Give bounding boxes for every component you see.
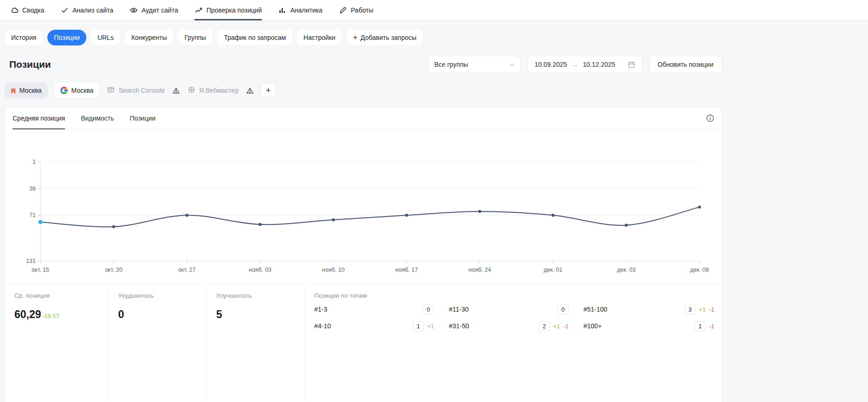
count-badge[interactable]: 0	[557, 305, 569, 314]
svg-text:окт. 27: окт. 27	[178, 267, 196, 273]
yandex-webmaster-icon	[188, 86, 195, 95]
group-filter-select[interactable]: Все группы	[428, 56, 521, 73]
section-tabs: История Позиции URLs Конкуренты Группы Т…	[5, 30, 722, 45]
tab-label: Конкуренты	[131, 34, 167, 41]
chart-tab-average-position[interactable]: Средняя позиция	[13, 107, 65, 129]
tab-competitors[interactable]: Конкуренты	[125, 30, 174, 45]
add-queries-button[interactable]: + Добавить запросы	[347, 30, 423, 45]
engine-chip-yandex[interactable]: Я Москва	[5, 83, 48, 98]
nav-item-label: Аудит сайта	[142, 6, 178, 14]
update-positions-button[interactable]: Обновить позиции	[649, 56, 722, 73]
stat-average-position: Ср. позиция 60,29 -19.57	[5, 285, 109, 401]
count-badge[interactable]: 3	[685, 305, 696, 314]
svg-text:36: 36	[29, 185, 36, 192]
stat-improved: Улучшилось 5	[207, 285, 304, 401]
update-positions-label: Обновить позиции	[658, 61, 713, 68]
svg-text:71: 71	[29, 212, 36, 218]
nav-item-analytics[interactable]: Аналитика	[278, 0, 322, 20]
count-badge[interactable]: 1	[694, 321, 706, 331]
nav-item-works[interactable]: Работы	[339, 0, 374, 20]
tab-history[interactable]: История	[5, 30, 43, 45]
line-chart[interactable]: 13671131окт. 15окт. 20окт. 27нояб. 03ноя…	[11, 153, 712, 278]
page-title: Позиции	[9, 59, 51, 70]
top-range-row: #51-100 3+1-1	[583, 301, 714, 318]
chart-tab-positions[interactable]: Позиции	[130, 107, 155, 129]
tops-column: #51-100 3+1-1 #100+ 1-1	[583, 301, 714, 334]
count-badge[interactable]: 0	[423, 305, 434, 314]
stat-value: 0	[118, 308, 124, 321]
svg-text:нояб. 24: нояб. 24	[468, 267, 491, 273]
nav-item-summary[interactable]: Сводка	[10, 0, 44, 20]
arrow-right-icon: →	[572, 61, 578, 68]
engine-chip-label: Москва	[71, 87, 94, 94]
engine-chip-label: Search Console	[118, 87, 165, 94]
engine-chip-label: Москва	[19, 87, 42, 94]
tab-settings[interactable]: Настройки	[297, 30, 342, 45]
chevron-down-icon	[510, 61, 515, 68]
calendar-icon	[628, 61, 635, 69]
tab-label: История	[11, 34, 36, 41]
tops-grid: #1-3 0 #4-10 1+1 #11-30 0	[314, 301, 722, 334]
svg-text:окт. 15: окт. 15	[32, 267, 49, 273]
date-range-picker[interactable]: 10.09.2025 → 10.12.2025	[527, 56, 642, 73]
delta-down: -1	[709, 323, 714, 330]
chart-tab-visibility[interactable]: Видимость	[81, 107, 114, 129]
search-engines-row: Я Москва Москва Search Console Я.Вебмаст…	[5, 83, 722, 98]
top-range-row: #31-50 2+1-1	[449, 318, 569, 334]
tab-label: Добавить запросы	[361, 34, 416, 41]
tops-column: #1-3 0 #4-10 1+1	[314, 301, 434, 334]
top-range-label: #1-3	[314, 306, 327, 313]
tab-label: Трафик по запросам	[224, 34, 286, 41]
delta-down: -1	[563, 323, 569, 330]
svg-text:нояб. 17: нояб. 17	[395, 267, 418, 273]
nav-item-label: Анализ сайта	[72, 6, 113, 14]
stat-label: Ухудшилось	[118, 292, 207, 299]
tab-urls[interactable]: URLs	[91, 30, 120, 45]
date-to: 10.12.2025	[583, 61, 615, 68]
stat-delta: -19.57	[42, 313, 59, 319]
count-badge[interactable]: 1	[413, 321, 424, 331]
chart-tabs: Средняя позиция Видимость Позиции	[5, 107, 722, 129]
nav-item-site-audit[interactable]: Аудит сайта	[130, 0, 178, 20]
engine-chip-google[interactable]: Москва	[54, 83, 100, 98]
svg-text:1: 1	[32, 159, 36, 165]
positions-card: Средняя позиция Видимость Позиции 136711…	[5, 107, 722, 402]
eye-icon	[130, 6, 138, 14]
svg-text:нояб. 10: нояб. 10	[322, 267, 345, 273]
top-range-row: #4-10 1+1	[314, 318, 434, 334]
count-badge[interactable]: 2	[539, 321, 550, 331]
nav-item-label: Проверка позиций	[207, 6, 262, 14]
nav-item-position-check[interactable]: Проверка позиций	[194, 0, 262, 20]
delta-up: +1	[427, 323, 434, 330]
delta-up: +1	[699, 306, 706, 313]
page-content: История Позиции URLs Конкуренты Группы Т…	[0, 30, 722, 402]
cloud-icon	[10, 6, 19, 14]
top-range-label: #51-100	[583, 306, 607, 313]
stat-worsened: Ухудшилось 0	[109, 285, 207, 401]
svg-text:окт. 20: окт. 20	[105, 267, 123, 273]
bar-chart-icon	[278, 6, 286, 14]
svg-text:131: 131	[26, 258, 36, 264]
nav-item-label: Работы	[351, 6, 374, 14]
chart-tab-label: Средняя позиция	[13, 115, 65, 122]
tab-query-traffic[interactable]: Трафик по запросам	[217, 30, 292, 45]
engine-chip-yandex-webmaster[interactable]: Я.Вебмастер	[187, 83, 240, 98]
info-icon[interactable]	[706, 114, 714, 122]
tab-positions[interactable]: Позиции	[47, 30, 86, 45]
line-chart-icon	[194, 6, 203, 14]
engine-chip-search-console[interactable]: Search Console	[106, 83, 166, 98]
top-range-label: #4-10	[314, 322, 331, 330]
tab-label: URLs	[97, 34, 114, 41]
stat-label: Позиции по топам	[314, 292, 722, 299]
warning-icon[interactable]	[246, 87, 254, 95]
average-position-chart: 13671131окт. 15окт. 20окт. 27нояб. 03ноя…	[5, 129, 722, 278]
engine-chip-label: Я.Вебмастер	[199, 87, 239, 94]
nav-item-site-analysis[interactable]: Анализ сайта	[60, 0, 113, 20]
add-engine-button[interactable]: +	[260, 83, 276, 97]
tab-label: Позиции	[54, 34, 80, 41]
warning-icon[interactable]	[172, 87, 180, 95]
svg-text:дек. 01: дек. 01	[544, 267, 563, 273]
pencil-icon	[339, 6, 347, 14]
tab-groups[interactable]: Группы	[178, 30, 213, 45]
delta-down: -1	[709, 306, 714, 313]
